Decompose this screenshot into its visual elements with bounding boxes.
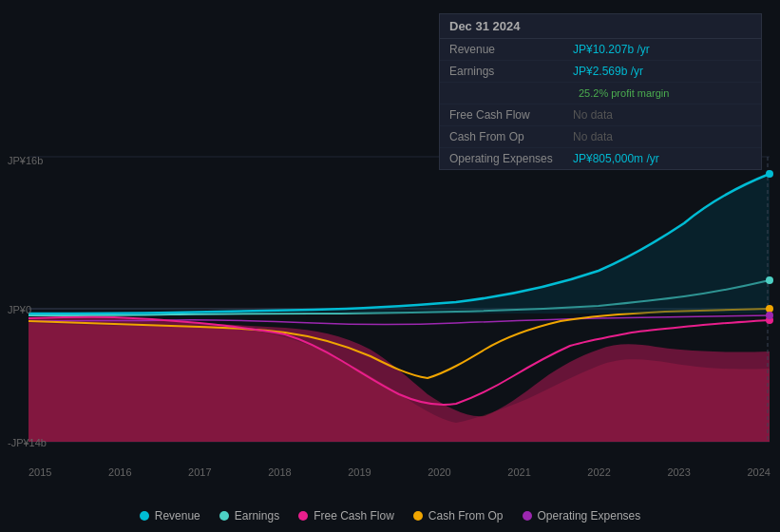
legend-label-opex: Operating Expenses: [538, 509, 641, 522]
chart-container: JP¥16b JP¥0 -JP¥14b Dec 31 2024 Revenue …: [0, 0, 780, 532]
tooltip-value-cashop: No data: [573, 130, 613, 143]
x-label-2018: 2018: [268, 466, 291, 478]
svg-point-6: [766, 276, 773, 284]
legend-dot-opex: [523, 511, 532, 521]
legend-item-fcf[interactable]: Free Cash Flow: [298, 509, 394, 522]
legend-dot-cashop: [413, 511, 423, 521]
tooltip-label-earnings: Earnings: [449, 65, 573, 78]
tooltip-label-opex: Operating Expenses: [449, 152, 573, 165]
svg-point-8: [766, 305, 773, 313]
legend-dot-revenue: [140, 511, 149, 521]
x-label-2016: 2016: [108, 466, 131, 478]
legend-item-revenue[interactable]: Revenue: [140, 509, 200, 522]
svg-point-9: [766, 312, 773, 319]
tooltip-value-margin: 25.2% profit margin: [573, 86, 669, 100]
x-axis-labels: 2015 2016 2017 2018 2019 2020 2021 2022 …: [29, 466, 770, 478]
tooltip-value-earnings: JP¥2.569b /yr: [573, 65, 643, 78]
legend-item-cashop[interactable]: Cash From Op: [413, 509, 504, 522]
legend-item-earnings[interactable]: Earnings: [219, 509, 279, 522]
tooltip-value-fcf: No data: [573, 108, 613, 122]
tooltip-value-opex: JP¥805,000m /yr: [573, 152, 659, 165]
tooltip-row-opex: Operating Expenses JP¥805,000m /yr: [440, 148, 761, 169]
legend-label-revenue: Revenue: [155, 509, 200, 522]
y-label-mid: JP¥0: [8, 304, 31, 315]
tooltip-row-earnings: Earnings JP¥2.569b /yr: [440, 61, 761, 83]
x-label-2017: 2017: [188, 466, 211, 478]
svg-point-5: [766, 170, 773, 178]
x-label-2021: 2021: [507, 466, 530, 478]
tooltip-row-margin: 25.2% profit margin: [440, 83, 761, 104]
legend-label-earnings: Earnings: [235, 509, 279, 522]
tooltip-row-fcf: Free Cash Flow No data: [440, 104, 761, 126]
legend-label-cashop: Cash From Op: [428, 509, 504, 522]
profit-margin-badge: 25.2% profit margin: [579, 87, 669, 99]
tooltip-row-revenue: Revenue JP¥10.207b /yr: [440, 39, 761, 61]
tooltip-row-cashop: Cash From Op No data: [440, 126, 761, 148]
y-label-bot: -JP¥14b: [8, 437, 47, 448]
tooltip-title: Dec 31 2024: [440, 14, 761, 39]
tooltip-label-cashop: Cash From Op: [449, 130, 573, 143]
legend-dot-fcf: [298, 511, 308, 521]
tooltip-box: Dec 31 2024 Revenue JP¥10.207b /yr Earni…: [439, 13, 762, 170]
x-label-2015: 2015: [29, 466, 51, 478]
tooltip-label-revenue: Revenue: [449, 43, 573, 56]
y-label-top: JP¥16b: [8, 155, 43, 166]
x-label-2020: 2020: [428, 466, 450, 478]
tooltip-label-fcf: Free Cash Flow: [449, 108, 573, 122]
legend-dot-earnings: [219, 511, 229, 521]
tooltip-value-revenue: JP¥10.207b /yr: [573, 43, 650, 56]
legend: Revenue Earnings Free Cash Flow Cash Fro…: [0, 509, 780, 522]
x-label-2022: 2022: [587, 466, 610, 478]
x-label-2019: 2019: [348, 466, 371, 478]
x-label-2023: 2023: [667, 466, 690, 478]
legend-label-fcf: Free Cash Flow: [314, 509, 394, 522]
legend-item-opex[interactable]: Operating Expenses: [523, 509, 641, 522]
x-label-2024: 2024: [747, 466, 770, 478]
